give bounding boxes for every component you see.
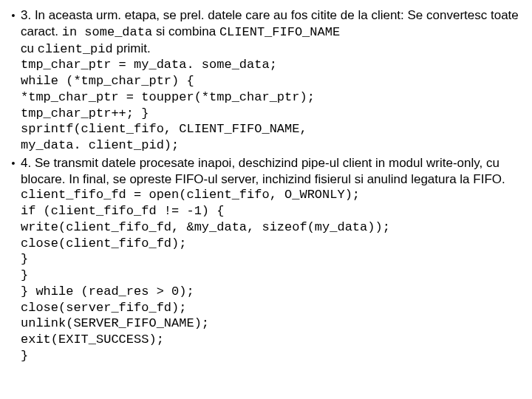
code-inline: CLIENT_FIFO_NAME: [219, 25, 340, 39]
bullet-marker: •: [6, 7, 21, 23]
bullet-marker: •: [6, 155, 21, 171]
bullet-content: 4. Se transmit datele procesate inapoi, …: [21, 155, 526, 364]
bullet-item-3: • 3. In aceasta urm. etapa, se prel. dat…: [6, 7, 526, 154]
code-inline: in some_data: [62, 25, 152, 39]
text-run: si combina: [152, 24, 219, 38]
slide: • 3. In aceasta urm. etapa, se prel. dat…: [0, 0, 532, 373]
intro-text: 3. In aceasta urm. etapa, se prel. datel…: [21, 7, 526, 57]
intro-text: 4. Se transmit datele procesate inapoi, …: [21, 155, 526, 188]
code-block: client_fifo_fd = open(client_fifo, O_WRO…: [21, 187, 526, 364]
code-block: tmp_char_ptr = my_data. some_data; while…: [21, 57, 526, 154]
text-run: primit.: [113, 41, 151, 55]
bullet-content: 3. In aceasta urm. etapa, se prel. datel…: [21, 7, 526, 154]
bullet-item-4: • 4. Se transmit datele procesate inapoi…: [6, 155, 526, 364]
text-run: cu: [21, 41, 38, 55]
code-inline: client_pid: [38, 42, 113, 56]
